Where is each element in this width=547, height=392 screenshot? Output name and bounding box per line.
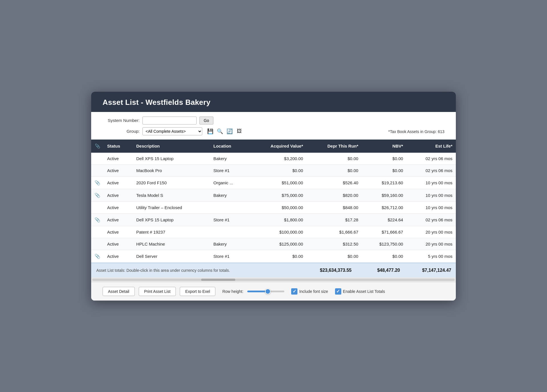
cell-location (210, 226, 249, 238)
cell-attach (91, 226, 104, 238)
cell-location: Store #1 (210, 164, 249, 176)
total-depr-this-run: $48,477.20 (356, 264, 405, 277)
export-to-exel-button[interactable]: Export to Exel (180, 287, 215, 296)
cell-nbv: $224.64 (362, 213, 407, 226)
cell-location: Store #1 (210, 250, 249, 262)
cell-attach (91, 153, 104, 165)
cell-nbv: $0.00 (362, 250, 407, 262)
col-nbv: NBV* (362, 140, 407, 153)
page-header: Asset List - Westfields Bakery (91, 92, 456, 112)
cell-acquired-value: $51,000.00 (249, 176, 306, 189)
cell-nbv: $26,712.00 (362, 201, 407, 213)
table-row[interactable]: Active Patent # 19237 $100,000.00 $1,666… (91, 226, 456, 238)
cell-est-life: 02 yrs 06 mos (407, 213, 456, 226)
cell-location (210, 201, 249, 213)
col-acquired-value: Acquired Value* (249, 140, 306, 153)
cell-est-life: 20 yrs 00 mos (407, 226, 456, 238)
include-font-size-checkbox[interactable]: ✓ (291, 288, 297, 295)
cell-nbv: $59,160.00 (362, 189, 407, 201)
image-icon[interactable]: 🖼 (235, 127, 243, 135)
cell-est-life: 10 yrs 00 mos (407, 201, 456, 213)
totals-hint: Asset List totals: Double-click in this … (91, 264, 308, 277)
cell-attach (91, 238, 104, 250)
asset-table: 📎 Status Description Location Acquired V… (91, 140, 456, 263)
cell-attach (91, 201, 104, 213)
table-row[interactable]: 📎 Active Tesla Model S Bakery $75,000.00… (91, 189, 456, 201)
cell-depr-this-run: $0.00 (307, 250, 362, 262)
cell-nbv: $123,750.00 (362, 238, 407, 250)
asset-detail-button[interactable]: Asset Detail (103, 287, 135, 296)
include-font-size-group: ✓ Include font size (291, 288, 328, 295)
total-nbv: $7,147,124.47 (405, 264, 456, 277)
totals-bar[interactable]: Asset List totals: Double-click in this … (91, 263, 456, 277)
table-row[interactable]: Active MacBook Pro Store #1 $0.00 $0.00 … (91, 164, 456, 176)
cell-location: Bakery (210, 153, 249, 165)
cell-status: Active (104, 153, 133, 165)
table-header-row: 📎 Status Description Location Acquired V… (91, 140, 456, 153)
system-number-label: System Number: (103, 118, 140, 123)
table-row[interactable]: 📎 Active 2020 Ford F150 Organic ... $51,… (91, 176, 456, 189)
cell-location: Organic ... (210, 176, 249, 189)
cell-description: Tesla Model S (133, 189, 210, 201)
cell-nbv: $0.00 (362, 153, 407, 165)
cell-nbv: $19,213.60 (362, 176, 407, 189)
cell-est-life: 02 yrs 06 mos (407, 164, 456, 176)
row-height-label: Row height: (222, 289, 243, 294)
group-select[interactable]: <All Complete Assets> All Assets Active … (142, 127, 202, 135)
system-number-input[interactable] (142, 117, 197, 124)
cell-status: Active (104, 250, 133, 262)
cell-depr-this-run: $0.00 (307, 153, 362, 165)
enable-asset-list-totals-group: ✓ Enable Asset List Totals (335, 288, 385, 295)
cell-status: Active (104, 176, 133, 189)
cell-description: MacBook Pro (133, 164, 210, 176)
cell-status: Active (104, 189, 133, 201)
enable-asset-list-totals-checkbox[interactable]: ✓ (335, 288, 341, 295)
cell-status: Active (104, 238, 133, 250)
cell-est-life: 10 yrs 00 mos (407, 189, 456, 201)
scrollbar-thumb[interactable] (201, 279, 235, 281)
go-button[interactable]: Go (199, 117, 213, 124)
cell-depr-this-run: $848.00 (307, 201, 362, 213)
cell-attach: 📎 (91, 213, 104, 226)
cell-depr-this-run: $820.00 (307, 189, 362, 201)
footer: Asset Detail Print Asset List Export to … (91, 282, 456, 301)
horizontal-scrollbar[interactable] (91, 277, 456, 282)
refresh-icon[interactable]: 🔄 (226, 127, 234, 135)
cell-description: Dell XPS 15 Laptop (133, 213, 210, 226)
cell-location: Bakery (210, 238, 249, 250)
table-row[interactable]: Active HPLC Machine Bakery $125,000.00 $… (91, 238, 456, 250)
col-status: Status (104, 140, 133, 153)
asset-table-container: 📎 Status Description Location Acquired V… (91, 140, 456, 282)
main-window: Asset List - Westfields Bakery System Nu… (91, 92, 456, 301)
page-title: Asset List - Westfields Bakery (103, 98, 211, 107)
table-row[interactable]: Active Dell XPS 15 Laptop Bakery $3,200.… (91, 153, 456, 165)
total-acquired-value: $23,634,373.55 (308, 264, 356, 277)
row-height-slider[interactable] (247, 291, 284, 292)
cell-acquired-value: $1,800.00 (249, 213, 306, 226)
cell-location: Bakery (210, 189, 249, 201)
cell-status: Active (104, 164, 133, 176)
cell-nbv: $71,666.67 (362, 226, 407, 238)
toolbar-icons: 💾 🔍 🔄 🖼 (206, 127, 243, 135)
print-asset-list-button[interactable]: Print Asset List (139, 287, 176, 296)
cell-attach: 📎 (91, 176, 104, 189)
cell-depr-this-run: $17.28 (307, 213, 362, 226)
cell-nbv: $0.00 (362, 164, 407, 176)
col-est-life: Est Life* (407, 140, 456, 153)
table-row[interactable]: 📎 Active Dell Server Store #1 $0.00 $0.0… (91, 250, 456, 262)
totals-values: $23,634,373.55 $48,477.20 $7,147,124.47 (308, 264, 456, 277)
cell-attach (91, 164, 104, 176)
cell-description: Patent # 19237 (133, 226, 210, 238)
save-icon[interactable]: 💾 (206, 127, 214, 135)
cell-acquired-value: $75,000.00 (249, 189, 306, 201)
table-row[interactable]: 📎 Active Dell XPS 15 Laptop Store #1 $1,… (91, 213, 456, 226)
table-row[interactable]: Active Utility Trailer – Enclosed $50,00… (91, 201, 456, 213)
cell-location: Store #1 (210, 213, 249, 226)
cell-est-life: 02 yrs 06 mos (407, 153, 456, 165)
cell-acquired-value: $0.00 (249, 164, 306, 176)
cell-acquired-value: $0.00 (249, 250, 306, 262)
cell-depr-this-run: $312.50 (307, 238, 362, 250)
cell-est-life: 5 yrs 00 mos (407, 250, 456, 262)
cell-status: Active (104, 201, 133, 213)
search-icon[interactable]: 🔍 (216, 127, 224, 135)
